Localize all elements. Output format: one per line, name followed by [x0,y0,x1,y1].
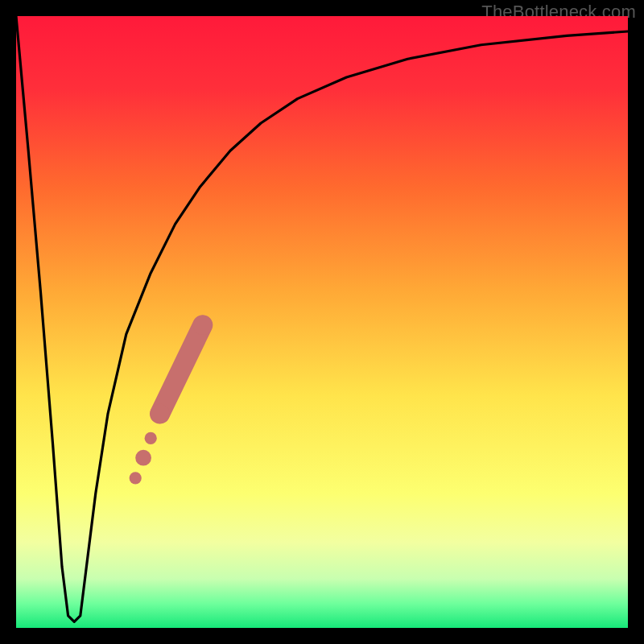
bottleneck-chart [16,16,628,628]
chart-frame: TheBottleneck.com [0,0,644,644]
highlight-dot [145,432,157,444]
highlight-dot [193,316,213,335]
highlight-dot [135,450,151,466]
highlight-dot [150,404,169,423]
highlight-dot [130,472,142,484]
chart-background [16,16,628,628]
